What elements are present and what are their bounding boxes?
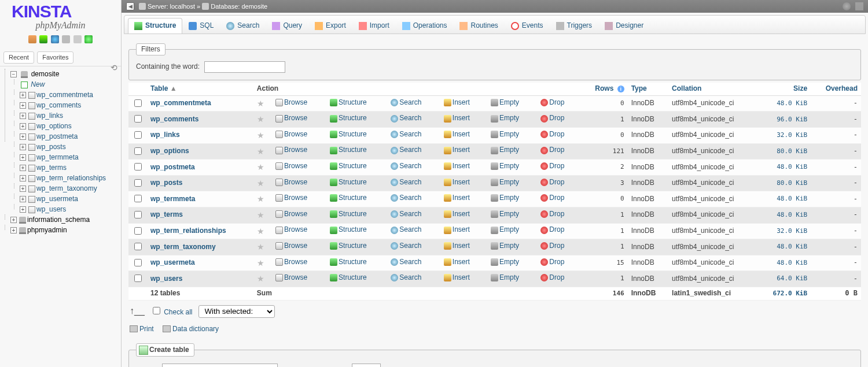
row-checkbox[interactable] (134, 147, 142, 155)
tree-toggle[interactable]: + (20, 123, 26, 129)
browse-link[interactable]: Browse (275, 146, 307, 155)
tree-toggle[interactable]: + (20, 102, 26, 109)
browse-link[interactable]: Browse (275, 162, 307, 171)
insert-link[interactable]: Insert (444, 98, 470, 107)
empty-link[interactable]: Empty (491, 130, 519, 139)
row-checkbox[interactable] (134, 195, 142, 202)
row-checkbox[interactable] (134, 99, 142, 107)
col-size[interactable]: Size (793, 84, 807, 92)
browse-link[interactable]: Browse (275, 130, 307, 139)
structure-link[interactable]: Structure (330, 194, 367, 203)
table-name-link[interactable]: wp_term_relationships (150, 227, 226, 235)
row-size[interactable]: 96.0 KiB (777, 116, 807, 123)
breadcrumb-db[interactable]: Database: demosite (211, 2, 267, 10)
favorite-star-icon[interactable]: ★ (257, 227, 264, 236)
row-size[interactable]: 48.0 KiB (777, 163, 807, 170)
empty-link[interactable]: Empty (491, 194, 519, 203)
browse-link[interactable]: Browse (275, 114, 307, 123)
tree-toggle[interactable]: + (20, 186, 26, 192)
search-link[interactable]: Search (391, 258, 421, 267)
col-type[interactable]: Type (631, 84, 647, 92)
browse-link[interactable]: Browse (275, 194, 307, 203)
table-name-link[interactable]: wp_termmeta (150, 195, 195, 203)
row-size[interactable]: 48.0 KiB (777, 211, 807, 218)
tree-toggle[interactable]: + (20, 134, 26, 140)
tree-table-link[interactable]: wp_users (36, 205, 66, 213)
drop-link[interactable]: Drop (540, 162, 564, 171)
check-all[interactable]: Check all (150, 305, 193, 317)
tab-events[interactable]: Events (505, 18, 550, 34)
filter-word-input[interactable] (204, 61, 285, 73)
tab-sql[interactable]: SQL (182, 18, 220, 34)
tree-table-link[interactable]: wp_terms (36, 164, 67, 172)
structure-link[interactable]: Structure (330, 242, 367, 251)
drop-link[interactable]: Drop (540, 225, 564, 235)
structure-link[interactable]: Structure (330, 162, 367, 171)
tree-toggle[interactable]: + (20, 154, 26, 161)
drop-link[interactable]: Drop (540, 130, 564, 139)
table-name-link[interactable]: wp_terms (150, 210, 183, 218)
insert-link[interactable]: Insert (444, 194, 470, 203)
tree-table-link[interactable]: wp_links (36, 112, 63, 120)
search-link[interactable]: Search (391, 225, 421, 235)
insert-link[interactable]: Insert (444, 146, 470, 155)
row-checkbox[interactable] (134, 131, 142, 139)
drop-link[interactable]: Drop (540, 146, 564, 155)
home-icon[interactable] (28, 35, 36, 43)
insert-link[interactable]: Insert (444, 242, 470, 251)
col-overhead[interactable]: Overhead (826, 84, 858, 92)
row-checkbox[interactable] (134, 179, 142, 187)
browse-link[interactable]: Browse (275, 210, 307, 219)
search-link[interactable]: Search (391, 98, 421, 107)
create-name-input[interactable] (162, 364, 278, 367)
print-link[interactable]: Print (130, 325, 154, 334)
tree-table-link[interactable]: wp_term_taxonomy (36, 184, 97, 192)
tree-toggle[interactable]: + (20, 113, 26, 119)
browse-link[interactable]: Browse (275, 98, 307, 107)
structure-link[interactable]: Structure (330, 130, 367, 139)
structure-link[interactable]: Structure (330, 146, 367, 155)
tab-query[interactable]: Query (266, 18, 308, 34)
search-link[interactable]: Search (391, 146, 421, 155)
col-collation[interactable]: Collation (672, 84, 701, 92)
insert-link[interactable]: Insert (444, 225, 470, 235)
row-checkbox[interactable] (134, 275, 142, 282)
page-settings-icon[interactable] (843, 2, 851, 10)
empty-link[interactable]: Empty (491, 258, 519, 267)
col-rows[interactable]: Rows (595, 84, 613, 92)
search-link[interactable]: Search (391, 162, 421, 171)
tree-toggle[interactable]: + (10, 217, 17, 223)
insert-link[interactable]: Insert (444, 178, 470, 187)
tab-import[interactable]: Import (352, 18, 396, 34)
favorite-star-icon[interactable]: ★ (257, 131, 264, 140)
row-size[interactable]: 80.0 KiB (777, 179, 807, 187)
tree-toggle[interactable]: + (20, 92, 26, 98)
row-size[interactable]: 32.0 KiB (777, 227, 807, 235)
recent-tab[interactable]: Recent (3, 51, 34, 63)
tree-table-link[interactable]: wp_postmeta (36, 132, 78, 140)
panel-collapse-icon[interactable]: ◀ (126, 2, 134, 10)
table-name-link[interactable]: wp_usermeta (150, 258, 195, 266)
row-size[interactable]: 48.0 KiB (777, 243, 807, 250)
structure-link[interactable]: Structure (330, 225, 367, 235)
search-link[interactable]: Search (391, 210, 421, 219)
tree-table-link[interactable]: wp_options (36, 122, 72, 130)
browse-link[interactable]: Browse (275, 273, 307, 283)
tree-new-table[interactable]: New (31, 80, 45, 88)
settings-icon[interactable] (62, 35, 70, 43)
insert-link[interactable]: Insert (444, 258, 470, 267)
check-all-box[interactable] (153, 307, 160, 314)
search-link[interactable]: Search (391, 130, 421, 139)
empty-link[interactable]: Empty (491, 146, 519, 155)
rows-info-icon[interactable]: i (617, 86, 624, 92)
tree-toggle[interactable]: − (10, 71, 17, 77)
table-name-link[interactable]: wp_postmeta (150, 163, 195, 171)
table-name-link[interactable]: wp_links (150, 131, 180, 139)
tree-toggle[interactable]: + (20, 175, 26, 181)
logo[interactable]: KINSTA phpMyAdmin (0, 0, 121, 33)
logout-icon[interactable] (39, 35, 47, 43)
row-size[interactable]: 48.0 KiB (777, 259, 807, 266)
favorite-star-icon[interactable]: ★ (257, 258, 264, 268)
table-name-link[interactable]: wp_comments (150, 115, 198, 123)
row-checkbox[interactable] (134, 259, 142, 266)
